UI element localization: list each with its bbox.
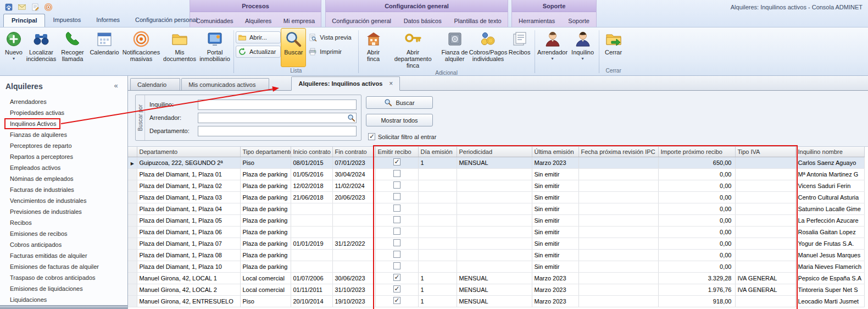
sidebar-item[interactable]: Repartos a perceptores	[0, 151, 127, 162]
notes-icon[interactable]	[30, 2, 40, 12]
sidebar-item[interactable]: Fianzas de alquileres	[0, 129, 127, 140]
sidebar-item[interactable]: Arrendadores	[0, 96, 127, 107]
emitir-recibo-checkbox[interactable]	[393, 285, 400, 293]
sidebar-item[interactable]: Empleados activos	[0, 162, 127, 173]
table-row[interactable]: Guipuzcoa, 222, SEGUNDO 2ª Piso 08/01/20…	[128, 157, 864, 168]
localizar-incidencias-button[interactable]: Localizar incidencias	[25, 28, 57, 67]
lookup-search-icon[interactable]	[347, 114, 355, 122]
buscar-panel-button[interactable]: Buscar	[366, 96, 433, 109]
sidebar-item[interactable]: Inquilinos Activos	[0, 118, 127, 129]
inquilino-input[interactable]	[198, 100, 357, 110]
emitir-recibo-checkbox[interactable]	[393, 181, 400, 189]
emitir-recibo-checkbox[interactable]	[393, 228, 400, 235]
table-row[interactable]: Plaza del Diamant, 1, Plaza 01 Plaza de …	[128, 168, 864, 180]
actualizar-button[interactable]: Actualizar	[236, 46, 281, 58]
table-row[interactable]: Manuel Girona, 42, LOCAL 2 Local comerci…	[128, 284, 864, 295]
imprimir-button[interactable]: Imprimir	[306, 46, 356, 58]
emitir-recibo-checkbox[interactable]	[393, 205, 400, 212]
table-row[interactable]: Plaza del Diamant, 1, Plaza 07 Plaza de …	[128, 238, 864, 249]
abrir-departamento-finca-button[interactable]: Abrir departamento finca	[387, 28, 439, 69]
sidebar-item[interactable]: Emisiones de recibos	[0, 228, 127, 239]
buscar-button[interactable]: Buscar	[281, 28, 306, 67]
sidebar-item[interactable]: Vencimientos de industriales	[0, 195, 127, 206]
column-header[interactable]: Departamento	[137, 147, 240, 157]
sidebar-item[interactable]: Emisiones de liquidaciones	[0, 283, 127, 294]
table-row[interactable]: Manuel Girona, 42, ENTRESUELO Piso 20/10…	[128, 295, 864, 307]
column-header[interactable]: Última emisión	[532, 147, 578, 157]
sidebar-item[interactable]: Liquidaciones	[0, 294, 127, 305]
solicitar-filtro-checkbox[interactable]	[368, 133, 375, 140]
table-row[interactable]: Plaza del Diamant, 1, Plaza 05 Plaza de …	[128, 214, 864, 226]
table-row[interactable]: Plaza del Diamant, 1, Plaza 08 Plaza de …	[128, 249, 864, 261]
emitir-recibo-checkbox[interactable]	[393, 274, 400, 281]
ribbon-context-tab[interactable]: Plantillas de texto	[450, 18, 504, 24]
ribbon-tab[interactable]: Configuración personal	[127, 14, 205, 27]
cerrar-button[interactable]: Cerrar	[601, 28, 626, 67]
departamento-input[interactable]	[198, 126, 357, 136]
emitir-recibo-checkbox[interactable]	[393, 216, 400, 223]
ribbon-tab[interactable]: Informes	[88, 14, 127, 27]
sidebar-item[interactable]: Previsiones de industriales	[0, 206, 127, 217]
ribbon-context-tab[interactable]: Alquileres	[242, 18, 275, 24]
mostrar-todos-button[interactable]: Mostrar todos	[366, 114, 433, 126]
ribbon-tab[interactable]: Impuestos	[45, 14, 88, 27]
recibos-button[interactable]: Recibos	[507, 28, 533, 69]
document-tab[interactable]: Alquileres: Inquilinos activos×	[291, 76, 400, 91]
portal-inmobiliario-button[interactable]: Portal inmobiliario	[198, 28, 232, 67]
sidebar-item[interactable]: Recibos	[0, 217, 127, 228]
sidebar-item[interactable]: Emisiones de facturas de alquiler	[0, 261, 127, 272]
column-header[interactable]: Día emisión	[418, 147, 457, 157]
ribbon-context-tab[interactable]: Datos básicos	[400, 18, 445, 24]
table-row[interactable]: Plaza del Diamant, 1, Plaza 02 Plaza de …	[128, 180, 864, 191]
document-tab[interactable]: Calendario	[130, 78, 180, 90]
emitir-recibo-checkbox[interactable]	[393, 297, 400, 304]
broadcast-icon[interactable]	[43, 2, 53, 12]
ribbon-context-tab[interactable]: Configuración general	[329, 18, 394, 24]
calendario-button[interactable]: Calendario	[88, 28, 121, 67]
table-row[interactable]: Plaza del Diamant, 1, Plaza 03 Plaza de …	[128, 191, 864, 203]
app-home-icon[interactable]	[3, 2, 14, 12]
arrendador-button[interactable]: Arrendador	[537, 28, 569, 67]
cobros-pagos-button[interactable]: Cobros/Pagos individuales	[470, 28, 507, 69]
table-row[interactable]: Plaza del Diamant, 1, Plaza 06 Plaza de …	[128, 226, 864, 238]
table-row[interactable]: Plaza del Diamant, 1, Plaza 10 Plaza de …	[128, 261, 864, 272]
ribbon-context-tab[interactable]: Mi empresa	[280, 18, 318, 24]
ribbon-context-tab[interactable]: Soporte	[565, 18, 593, 24]
collapse-sidebar-icon[interactable]: «	[111, 81, 121, 91]
column-header[interactable]: Periodicidad	[457, 147, 532, 157]
vista-previa-button[interactable]: Vista previa	[306, 31, 356, 43]
sidebar-item[interactable]: Nóminas de empleados	[0, 173, 127, 184]
arrendador-input[interactable]	[198, 113, 357, 123]
table-row[interactable]: Plaza del Diamant, 1, Plaza 04 Plaza de …	[128, 203, 864, 214]
sidebar-item[interactable]: Facturas emitidas de alquiler	[0, 250, 127, 261]
emitir-recibo-checkbox[interactable]	[393, 262, 400, 269]
emitir-recibo-checkbox[interactable]	[393, 251, 400, 258]
abrir-button[interactable]: Abrir...	[236, 31, 281, 43]
nuevo-button[interactable]: Nuevo	[2, 28, 25, 67]
emitir-recibo-checkbox[interactable]	[393, 158, 400, 165]
document-tab[interactable]: Mis comunicados activos	[181, 78, 269, 90]
column-header[interactable]: Fin contrato	[332, 147, 375, 157]
column-header[interactable]: Tipo IVA	[735, 147, 795, 157]
notificaciones-masivas-button[interactable]: Notificaciones masivas	[121, 28, 162, 67]
column-header[interactable]: Emitir recibo	[375, 147, 418, 157]
column-header[interactable]: Inicio contrato	[291, 147, 332, 157]
close-icon[interactable]: ×	[389, 80, 393, 87]
column-header[interactable]: Importe próximo recibo	[658, 147, 735, 157]
emitir-recibo-checkbox[interactable]	[393, 239, 400, 246]
ribbon-tab[interactable]: Principal	[3, 14, 45, 27]
sidebar-item[interactable]: Facturas de industriales	[0, 184, 127, 195]
emitir-recibo-checkbox[interactable]	[393, 193, 400, 200]
fianza-alquiler-button[interactable]: Fianza de alquiler	[439, 28, 470, 69]
emitir-recibo-checkbox[interactable]	[393, 170, 400, 177]
sidebar-item[interactable]: Traspaso de cobros anticipados	[0, 272, 127, 283]
column-header[interactable]: Inquilino nombre	[795, 147, 864, 157]
ribbon-context-tab[interactable]: Herramientas	[515, 18, 558, 24]
mail-icon[interactable]	[16, 2, 27, 12]
sidebar-item[interactable]: Propiedades activas	[0, 107, 127, 118]
sidebar-item[interactable]: Cobros anticipados	[0, 239, 127, 250]
column-header[interactable]: Fecha próxima revisión IPC	[578, 147, 658, 157]
abrir-finca-button[interactable]: Abrir finca	[360, 28, 387, 69]
table-row[interactable]: Manuel Girona, 42, LOCAL 1 Local comerci…	[128, 272, 864, 284]
sidebar-item[interactable]: Perceptores de reparto	[0, 140, 127, 151]
